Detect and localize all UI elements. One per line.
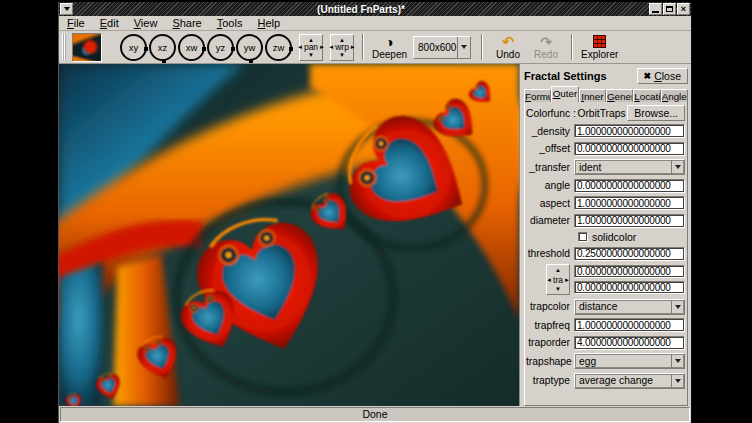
- transfer-select[interactable]: ident: [574, 159, 685, 175]
- warp-label: wrp: [335, 43, 349, 51]
- traporder-label: traporder: [526, 337, 574, 348]
- pan-pad[interactable]: ▲ ◄ pan ► ▼: [299, 34, 323, 61]
- undo-label: Undo: [496, 49, 520, 60]
- tab-angles[interactable]: Angles: [661, 89, 688, 102]
- window-menu-button[interactable]: [60, 3, 73, 15]
- explorer-button[interactable]: Explorer: [581, 32, 618, 62]
- solidcolor-checkbox[interactable]: [578, 232, 588, 242]
- deepen-button[interactable]: ◑ Deepen: [372, 32, 407, 62]
- tab-inner[interactable]: Inner: [579, 89, 606, 102]
- rotate-xw-button[interactable]: xw: [178, 34, 205, 61]
- app-window: (Untitled FnParts)* × File Edit View Sha…: [58, 2, 692, 423]
- offset-input[interactable]: [574, 142, 685, 156]
- trapcolor-dropdown-arrow[interactable]: [671, 300, 684, 314]
- xw-handle-dot-icon: [202, 47, 206, 51]
- window-menu-icon: [64, 7, 70, 11]
- fractal-preview-thumbnail[interactable]: [72, 33, 102, 62]
- trapcenter-up-icon[interactable]: ▲: [555, 267, 561, 273]
- fractal-canvas[interactable]: [59, 64, 520, 406]
- yz-handle-dot-icon: [231, 47, 235, 51]
- colorfunc-label: Colorfunc :: [526, 108, 576, 119]
- transfer-label: _transfer: [526, 162, 574, 173]
- rotate-yw-label: yw: [244, 42, 256, 53]
- warp-down-icon[interactable]: ▼: [339, 52, 345, 58]
- trapshape-select[interactable]: egg: [574, 353, 685, 369]
- rotate-xz-label: xz: [158, 42, 168, 53]
- close-icon: ✖: [644, 71, 652, 81]
- rotate-xy-button[interactable]: xy: [120, 34, 147, 61]
- toolbar-grip[interactable]: [62, 34, 66, 60]
- trapcenter-right-icon[interactable]: ►: [564, 276, 570, 284]
- rotate-xy-label: xy: [129, 42, 139, 53]
- rotate-yz-label: yz: [216, 42, 226, 53]
- trapcenter-x-input[interactable]: [574, 265, 685, 278]
- trapcenter-left-icon[interactable]: ◄: [546, 276, 552, 284]
- close-panel-button[interactable]: ✖ Close: [637, 68, 688, 84]
- rotate-yw-button[interactable]: yw: [236, 34, 263, 61]
- tab-general[interactable]: General: [606, 89, 633, 102]
- status-bar: Done: [60, 407, 690, 422]
- menu-tools[interactable]: Tools: [217, 17, 243, 29]
- close-panel-label: Close: [654, 70, 681, 82]
- tab-formula[interactable]: Formula: [524, 89, 551, 102]
- titlebar: (Untitled FnParts)* ×: [59, 2, 691, 16]
- traptype-select[interactable]: average change: [574, 373, 685, 389]
- traptype-dropdown-arrow[interactable]: [671, 374, 684, 388]
- trapcenter-y-input[interactable]: [574, 281, 685, 294]
- toolbar-separator: [571, 34, 573, 60]
- panel-title: Fractal Settings: [524, 70, 607, 82]
- menu-file[interactable]: File: [67, 17, 85, 29]
- transfer-dropdown-arrow[interactable]: [671, 160, 684, 174]
- fractal-settings-panel: Fractal Settings ✖ Close Formula Outer I…: [520, 64, 691, 406]
- traptype-label: traptype: [526, 375, 574, 386]
- trapcenter-pad[interactable]: ▲ ◄ tra ► ▼: [546, 264, 570, 295]
- browse-button[interactable]: Browse...: [627, 105, 685, 121]
- rotate-xz-button[interactable]: xz: [149, 34, 176, 61]
- traporder-input[interactable]: [574, 336, 685, 350]
- diameter-label: diameter: [526, 215, 574, 226]
- minimize-button[interactable]: [649, 3, 662, 15]
- pan-right-icon[interactable]: ►: [319, 43, 325, 51]
- offset-label: _offset: [526, 143, 574, 154]
- menu-view[interactable]: View: [134, 17, 158, 29]
- pan-down-icon[interactable]: ▼: [308, 52, 314, 58]
- aspect-label: aspect: [526, 198, 574, 209]
- undo-button[interactable]: ↶ Undo: [491, 32, 525, 62]
- redo-label: Redo: [534, 49, 558, 60]
- aspect-input[interactable]: [574, 196, 685, 210]
- menu-edit[interactable]: Edit: [100, 17, 119, 29]
- menubar: File Edit View Share Tools Help: [59, 16, 691, 31]
- chevron-down-icon: [675, 165, 681, 169]
- angle-input[interactable]: [574, 179, 685, 193]
- tab-outer[interactable]: Outer: [551, 86, 578, 102]
- close-window-icon: ×: [681, 5, 686, 14]
- close-window-button[interactable]: ×: [677, 3, 690, 15]
- trapcenter-down-icon[interactable]: ▼: [555, 286, 561, 292]
- rotate-yz-button[interactable]: yz: [207, 34, 234, 61]
- warp-left-icon[interactable]: ◄: [328, 43, 334, 51]
- warp-right-icon[interactable]: ►: [350, 43, 356, 51]
- threshold-input[interactable]: [574, 247, 685, 261]
- warp-pad[interactable]: ▲ ◄ wrp ► ▼: [330, 34, 354, 61]
- fractal-image: [59, 64, 519, 406]
- resolution-dropdown-arrow[interactable]: [457, 37, 470, 58]
- chevron-down-icon: [675, 305, 681, 309]
- explorer-icon: [593, 35, 606, 48]
- rotate-zw-label: zw: [273, 42, 285, 53]
- diameter-input[interactable]: [574, 214, 685, 228]
- rotate-zw-button[interactable]: zw: [265, 34, 292, 61]
- menu-share[interactable]: Share: [172, 17, 201, 29]
- toolbar: xy xz xw yz yw zw: [59, 31, 691, 64]
- resolution-combo[interactable]: 800x600: [413, 36, 471, 59]
- trapshape-dropdown-arrow[interactable]: [671, 354, 684, 368]
- outer-tab-body: Colorfunc : OrbitTraps Browse... _densit…: [524, 102, 688, 406]
- maximize-button[interactable]: [663, 3, 676, 15]
- density-input[interactable]: [574, 124, 685, 138]
- tab-location[interactable]: Location: [633, 89, 660, 102]
- pan-left-icon[interactable]: ◄: [297, 43, 303, 51]
- chevron-down-icon: [461, 45, 467, 49]
- trapfreq-input[interactable]: [574, 318, 685, 332]
- redo-button[interactable]: ↷ Redo: [529, 32, 563, 62]
- trapcolor-select[interactable]: distance: [574, 299, 685, 315]
- menu-help[interactable]: Help: [257, 17, 280, 29]
